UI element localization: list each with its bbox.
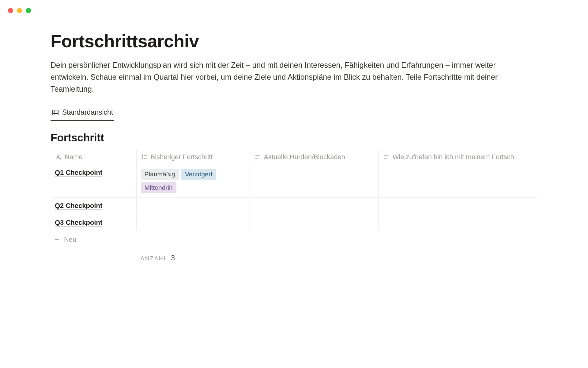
row-blockers-cell[interactable] [250,197,378,214]
row-name-cell[interactable]: Q2 Checkpoint [51,197,136,214]
tag: Planmäßig [141,169,179,179]
new-row-button[interactable]: Neu [51,231,537,248]
maximize-window-button[interactable] [26,8,31,13]
row-name-cell[interactable]: Q3 Checkpoint [51,214,136,231]
view-tab-default[interactable]: Standardansicht [51,106,114,121]
row-progress-cell[interactable] [136,197,250,214]
svg-rect-0 [53,110,58,115]
title-property-icon [55,154,62,160]
database-view-tabs: Standardansicht [51,106,528,121]
window-controls [8,8,31,13]
row-progress-cell[interactable] [136,214,250,231]
svg-point-9 [142,157,142,157]
svg-point-11 [142,159,142,159]
text-property-icon [383,154,390,160]
table-row[interactable]: Q2 Checkpoint [51,197,537,214]
page-content: Fortschrittsarchiv Dein persönlicher Ent… [51,31,588,368]
row-name-cell[interactable]: Q1 Checkpoint [51,164,136,197]
column-header-progress[interactable]: Bisheriger Fortschritt [136,150,250,164]
row-satisfaction-cell[interactable] [378,214,537,231]
multiselect-property-icon [141,154,148,160]
svg-point-7 [142,155,142,156]
view-tab-label: Standardansicht [62,108,113,117]
row-blockers-cell[interactable] [250,214,378,231]
tag: Verzögert [181,169,216,179]
table-row[interactable]: Q3 Checkpoint [51,214,537,231]
row-satisfaction-cell[interactable] [378,197,537,214]
count-value: 3 [171,254,175,262]
page-description[interactable]: Dein persönlicher Entwicklungsplan wird … [51,59,528,95]
row-blockers-cell[interactable] [250,164,378,197]
column-header-blockers[interactable]: Aktuelle Hürden/Blockaden [250,150,378,164]
column-header-satisfaction[interactable]: Wie zufriefen bin ich mit meinem Fortsch [378,150,537,164]
page-title[interactable]: Fortschrittsarchiv [51,31,588,51]
tag: Mittendrin [141,182,176,193]
table-row[interactable]: Q1 CheckpointPlanmäßigVerzögertMittendri… [51,164,537,197]
text-property-icon [254,154,261,160]
app-window: Fortschrittsarchiv Dein persönlicher Ent… [0,0,588,368]
close-window-button[interactable] [8,8,13,13]
count-label: ANZAHL [141,255,168,262]
row-count[interactable]: ANZAHL 3 [51,248,179,262]
plus-icon [54,236,60,243]
column-header-name[interactable]: Name [51,150,136,164]
row-progress-cell[interactable]: PlanmäßigVerzögertMittendrin [136,164,250,197]
row-satisfaction-cell[interactable] [378,164,537,197]
database-table: Name Bisheriger F [51,150,537,231]
database-title[interactable]: Fortschritt [51,132,588,144]
new-row-label: Neu [64,236,76,243]
table-icon [52,109,59,116]
minimize-window-button[interactable] [17,8,22,13]
